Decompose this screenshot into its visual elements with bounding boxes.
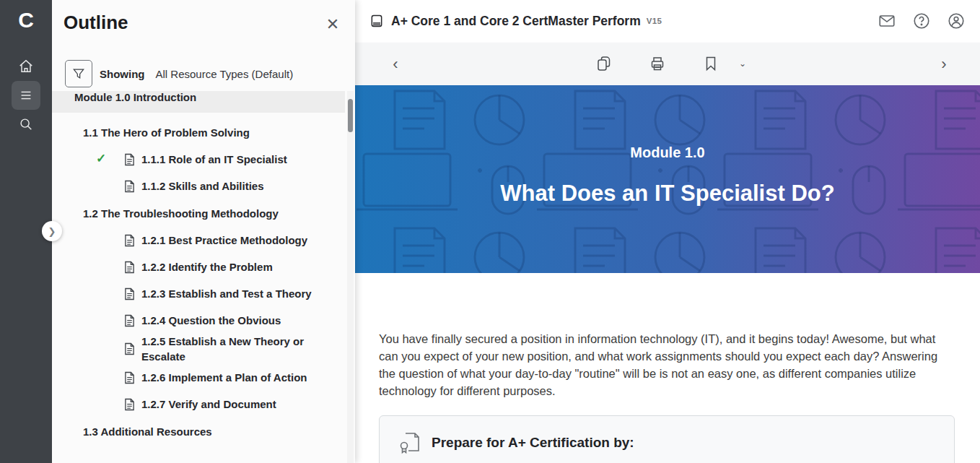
document-icon xyxy=(124,342,135,355)
callout-heading: Prepare for A+ Certification by: xyxy=(432,435,634,451)
banner-module-label: Module 1.0 xyxy=(630,144,704,161)
outline-item-label: Module 1.0 Introduction xyxy=(74,91,196,105)
outline-item-label: 1.1.2 Skills and Abilities xyxy=(141,178,264,194)
outline-item-label: 1.1.1 Role of an IT Specialist xyxy=(141,152,287,167)
outline-item[interactable]: 1.2.5 Establish a New Theory or Escalate xyxy=(52,334,345,364)
bookmark-menu-button[interactable]: ⌄ xyxy=(736,57,749,70)
outline-item[interactable]: 1.2.3 Establish and Test a Theory xyxy=(52,280,345,307)
messages-button[interactable] xyxy=(878,12,896,30)
panel-expand-toggle[interactable]: ❯ xyxy=(42,221,62,241)
outline-item-label: 1.2.7 Verify and Document xyxy=(141,397,276,412)
bookmark-icon xyxy=(702,55,719,72)
print-icon xyxy=(649,55,666,72)
outline-item[interactable]: 1.2.6 Implement a Plan of Action xyxy=(52,364,345,391)
outline-item[interactable]: 1.1 The Hero of Problem Solving xyxy=(52,118,345,146)
toolbar-center: ⌄ xyxy=(593,53,749,74)
help-icon xyxy=(912,12,931,30)
outline-item-label: 1.2.4 Question the Obvious xyxy=(141,313,281,328)
course-version: V15 xyxy=(647,17,662,25)
outline-item[interactable]: 1.2.1 Best Practice Methodology xyxy=(52,227,345,254)
outline-item[interactable]: Module 1.0 Introduction xyxy=(52,91,345,113)
book-icon xyxy=(369,14,384,28)
outline-list-icon xyxy=(18,87,34,103)
outline-item-label: 1.2.5 Establish a New Theory or Escalate xyxy=(141,334,328,364)
outline-item[interactable]: 1.2.7 Verify and Document xyxy=(52,391,345,417)
mail-icon xyxy=(878,12,896,30)
previous-page-button[interactable]: ‹ xyxy=(384,53,407,76)
course-title: A+ Core 1 and Core 2 CertMaster Perform xyxy=(391,14,641,29)
document-icon xyxy=(124,180,135,193)
copy-button[interactable] xyxy=(593,53,615,74)
course-header: A+ Core 1 and Core 2 CertMaster Perform … xyxy=(355,0,980,42)
filter-value: All Resource Types (Default) xyxy=(156,68,294,80)
outline-item[interactable]: 1.3 Additional Resources xyxy=(52,417,345,445)
outline-panel-title: Outline xyxy=(64,12,128,34)
header-actions xyxy=(878,12,966,30)
completed-check-icon: ✓ xyxy=(96,150,106,165)
document-icon xyxy=(124,261,135,274)
outline-item-label: 1.3 Additional Resources xyxy=(83,424,212,439)
outline-item-label: 1.2.6 Implement a Plan of Action xyxy=(141,370,307,385)
outline-scrollbar-thumb[interactable] xyxy=(348,99,353,132)
outline-item[interactable]: 1.2 The Troubleshooting Methodology xyxy=(52,199,345,227)
print-button[interactable] xyxy=(647,53,668,74)
close-icon: ✕ xyxy=(326,15,339,33)
chevron-right-icon: › xyxy=(941,55,946,74)
chevron-down-icon: ⌄ xyxy=(739,59,746,69)
document-icon xyxy=(124,314,135,327)
account-button[interactable] xyxy=(947,12,966,30)
next-page-button[interactable]: › xyxy=(932,53,955,76)
outline-item-label: 1.2.1 Best Practice Methodology xyxy=(141,233,307,248)
outline-item-label: 1.2.2 Identify the Problem xyxy=(141,259,273,274)
filter-showing-label: Showing xyxy=(100,68,145,80)
home-icon xyxy=(18,59,34,74)
callout-header: Prepare for A+ Certification by: xyxy=(398,430,935,455)
main-content: A+ Core 1 and Core 2 CertMaster Perform … xyxy=(355,0,980,463)
outline-list: Module 1.0 Introduction1.1 The Hero of P… xyxy=(52,91,345,463)
search-icon xyxy=(18,116,34,132)
filter-funnel-icon xyxy=(71,66,86,81)
lesson-body: You have finally secured a position in i… xyxy=(355,273,980,463)
outline-button[interactable] xyxy=(12,81,40,110)
certification-callout: Prepare for A+ Certification by: Describ… xyxy=(379,415,955,463)
lesson-toolbar: ‹ ⌄ › xyxy=(355,42,980,85)
document-icon xyxy=(124,287,135,300)
help-button[interactable] xyxy=(912,12,931,30)
module-banner: Module 1.0 What Does an IT Specialist Do… xyxy=(355,85,980,273)
comptia-logo: C xyxy=(0,6,52,35)
lesson-paragraph: You have finally secured a position in i… xyxy=(379,330,956,399)
outline-item[interactable]: 1.2.2 Identify the Problem xyxy=(52,254,345,280)
outline-item-label: 1.2 The Troubleshooting Methodology xyxy=(83,206,279,221)
certificate-icon xyxy=(398,430,421,455)
account-icon xyxy=(947,12,966,30)
bookmark-button[interactable] xyxy=(700,53,722,74)
outline-item[interactable]: ✓1.1.1 Role of an IT Specialist xyxy=(52,146,345,173)
outline-item-label: 1.1 The Hero of Problem Solving xyxy=(83,125,250,140)
tech-pattern-background xyxy=(355,85,980,273)
filter-row: Showing All Resource Types (Default) xyxy=(65,60,346,87)
document-icon xyxy=(124,153,135,166)
home-button[interactable] xyxy=(12,52,40,81)
search-button[interactable] xyxy=(12,110,40,139)
outline-item-label: 1.2.3 Establish and Test a Theory xyxy=(141,286,312,301)
chevron-right-icon: ❯ xyxy=(48,226,56,237)
document-icon xyxy=(124,398,135,411)
outline-scrollbar xyxy=(347,91,354,463)
close-outline-button[interactable]: ✕ xyxy=(323,16,342,35)
filter-button[interactable] xyxy=(65,60,92,87)
outline-panel: Outline ✕ Showing All Resource Types (De… xyxy=(52,0,355,463)
copy-icon xyxy=(595,55,613,72)
outline-item[interactable]: 1.2.4 Question the Obvious xyxy=(52,307,345,334)
outline-item[interactable]: 1.1.2 Skills and Abilities xyxy=(52,173,345,199)
chevron-left-icon: ‹ xyxy=(393,55,398,74)
document-icon xyxy=(124,234,135,247)
document-icon xyxy=(124,371,135,384)
banner-title: What Does an IT Specialist Do? xyxy=(500,181,834,207)
